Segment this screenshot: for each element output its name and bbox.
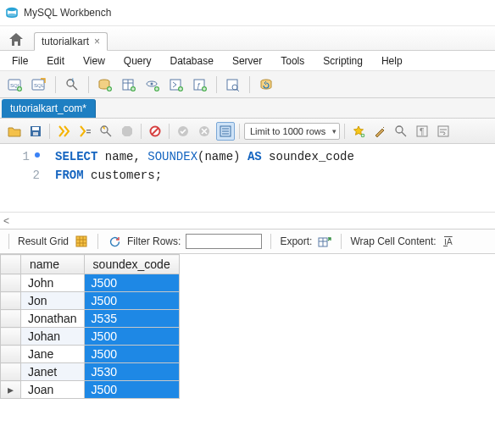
- horizontal-scroll[interactable]: <: [0, 212, 495, 229]
- commit-icon[interactable]: [174, 122, 192, 141]
- menu-scripting[interactable]: Scripting: [314, 53, 371, 69]
- cell-name[interactable]: John: [21, 274, 85, 292]
- open-file-icon[interactable]: [5, 122, 24, 141]
- svg-text:I̲A: I̲A: [443, 237, 453, 246]
- table-row[interactable]: Johan J500: [1, 328, 180, 346]
- search-table-icon[interactable]: [223, 75, 243, 95]
- result-grid[interactable]: name soundex_code John J500 Jon J500 Jon…: [0, 254, 180, 399]
- svg-point-42: [396, 126, 403, 133]
- svg-marker-35: [122, 126, 132, 136]
- code-line-1: SELECT name, SOUNDEX(name) AS soundex_co…: [55, 147, 354, 166]
- no-limit-icon[interactable]: [146, 122, 164, 141]
- toolbar-separator: [239, 124, 240, 139]
- cell-soundex[interactable]: J500: [84, 274, 179, 292]
- rollback-icon[interactable]: [195, 122, 214, 141]
- menubar: File Edit View Query Database Server Too…: [0, 51, 495, 71]
- beautify-icon[interactable]: [370, 122, 389, 141]
- cell-soundex[interactable]: J530: [84, 363, 179, 381]
- row-limit-select[interactable]: Limit to 1000 rows: [244, 123, 340, 140]
- row-marker: [1, 363, 21, 381]
- editor-tab-active[interactable]: tutorialkart_com*: [2, 99, 96, 118]
- db-func-icon[interactable]: ƒ: [190, 75, 210, 95]
- menu-tools[interactable]: Tools: [272, 53, 313, 69]
- export-icon[interactable]: [317, 234, 332, 249]
- result-grid-icon[interactable]: [74, 234, 89, 249]
- wrap-label: Wrap Cell Content:: [350, 235, 436, 247]
- table-row[interactable]: Janet J530: [1, 363, 180, 381]
- toolbar-separator: [49, 124, 50, 139]
- svg-line-34: [107, 132, 111, 136]
- new-sql-tab-icon[interactable]: SQL: [5, 75, 25, 95]
- row-marker: [1, 328, 21, 346]
- filter-rows-input[interactable]: [186, 234, 262, 249]
- app-title: MySQL Workbench: [24, 7, 111, 19]
- db-view-icon[interactable]: [142, 75, 163, 95]
- statement-marker-icon: [35, 152, 40, 158]
- toolbar-separator: [169, 124, 170, 139]
- menu-help[interactable]: Help: [373, 53, 411, 69]
- close-icon[interactable]: ×: [94, 36, 100, 47]
- toolbar-separator: [97, 234, 98, 249]
- cell-name[interactable]: Jonathan: [21, 310, 85, 328]
- svg-point-17: [151, 82, 153, 85]
- db-create-icon[interactable]: [95, 75, 115, 95]
- cell-soundex[interactable]: J500: [84, 292, 179, 310]
- export-label: Export:: [280, 235, 312, 247]
- home-icon[interactable]: [5, 30, 27, 50]
- table-row[interactable]: Jonathan J535: [1, 310, 180, 328]
- menu-edit[interactable]: Edit: [38, 53, 73, 69]
- svg-rect-46: [438, 126, 448, 136]
- menu-server[interactable]: Server: [224, 53, 270, 69]
- inspector-icon[interactable]: i: [62, 75, 82, 95]
- cell-soundex[interactable]: J500: [84, 328, 179, 346]
- table-row[interactable]: John J500: [1, 274, 180, 292]
- menu-database[interactable]: Database: [162, 53, 222, 69]
- sql-editor[interactable]: 1 2 SELECT name, SOUNDEX(name) AS sounde…: [0, 144, 495, 212]
- menu-file[interactable]: File: [3, 53, 36, 69]
- cell-name[interactable]: Johan: [21, 328, 85, 346]
- column-header-soundex[interactable]: soundex_code: [84, 255, 179, 274]
- svg-rect-47: [76, 236, 86, 246]
- svg-rect-30: [33, 132, 38, 136]
- svg-line-8: [73, 86, 77, 90]
- menu-view[interactable]: View: [75, 53, 114, 69]
- editor-code[interactable]: SELECT name, SOUNDEX(name) AS soundex_co…: [47, 144, 354, 212]
- svg-line-43: [402, 132, 406, 136]
- explain-icon[interactable]: [97, 122, 115, 141]
- scroll-left-icon[interactable]: <: [3, 215, 9, 227]
- cell-name[interactable]: Jane: [21, 346, 85, 363]
- wrap-icon[interactable]: [434, 122, 453, 141]
- open-sql-script-icon[interactable]: SQL: [29, 75, 49, 95]
- cell-soundex[interactable]: J500: [84, 346, 179, 363]
- column-header-name[interactable]: name: [21, 255, 85, 274]
- db-proc-icon[interactable]: [166, 75, 186, 95]
- autocommit-toggle-icon[interactable]: [216, 122, 235, 141]
- toolbar-separator: [216, 76, 217, 93]
- execute-current-icon[interactable]: [75, 122, 94, 141]
- db-table-icon[interactable]: [119, 75, 139, 95]
- toolbar-separator: [141, 124, 142, 139]
- connection-tab[interactable]: tutorialkart ×: [34, 32, 108, 51]
- save-icon[interactable]: [26, 122, 45, 141]
- refresh-icon[interactable]: [107, 234, 122, 249]
- wrap-cell-icon[interactable]: I̲A: [442, 234, 457, 249]
- table-row[interactable]: Jane J500: [1, 346, 180, 363]
- execute-icon[interactable]: [54, 122, 73, 141]
- svg-rect-32: [86, 132, 91, 133]
- cell-name[interactable]: Jon: [21, 292, 85, 310]
- svg-rect-29: [32, 127, 39, 130]
- favorite-icon[interactable]: [349, 122, 368, 141]
- db-reconnect-icon[interactable]: [256, 75, 276, 95]
- svg-text:¶: ¶: [420, 127, 424, 136]
- menu-query[interactable]: Query: [115, 53, 160, 69]
- table-row[interactable]: ▸ Joan J500: [1, 381, 180, 399]
- cell-soundex[interactable]: J500: [84, 381, 179, 399]
- find-icon[interactable]: [392, 122, 410, 141]
- stop-icon[interactable]: [118, 122, 136, 141]
- table-row[interactable]: Jon J500: [1, 292, 180, 310]
- cell-soundex[interactable]: J535: [84, 310, 179, 328]
- titlebar: MySQL Workbench: [0, 0, 495, 25]
- invisible-chars-icon[interactable]: ¶: [413, 122, 431, 141]
- cell-name[interactable]: Joan: [21, 381, 85, 399]
- cell-name[interactable]: Janet: [21, 363, 85, 381]
